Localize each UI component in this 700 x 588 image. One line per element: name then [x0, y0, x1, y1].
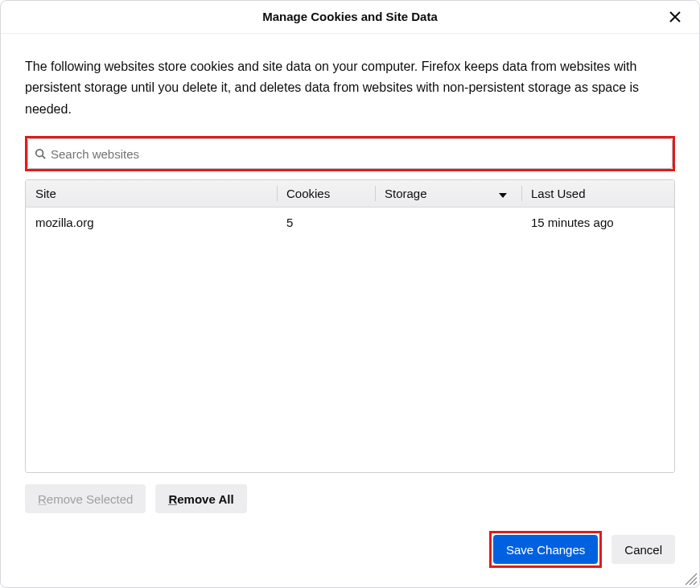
remove-all-rest: emove All	[177, 492, 233, 506]
remove-selected-access: R	[38, 492, 47, 506]
intro-text: The following websites store cookies and…	[25, 56, 675, 120]
search-highlight	[25, 136, 675, 171]
column-cookies[interactable]: Cookies	[277, 180, 375, 207]
search-field[interactable]	[27, 138, 673, 169]
column-last-used[interactable]: Last Used	[521, 180, 674, 207]
search-icon	[35, 148, 46, 159]
manage-cookies-dialog: Manage Cookies and Site Data The followi…	[0, 0, 700, 588]
cell-cookies: 5	[277, 216, 375, 229]
svg-line-1	[43, 156, 46, 159]
dialog-footer: Save Changes Cancel	[1, 531, 699, 587]
svg-point-0	[36, 150, 43, 157]
cell-site: mozilla.org	[26, 216, 277, 229]
column-cookies-label: Cookies	[286, 187, 330, 200]
remove-selected-button: Remove Selected	[25, 484, 146, 513]
save-changes-button[interactable]: Save Changes	[493, 535, 598, 564]
column-storage-label: Storage	[385, 187, 427, 200]
column-last-used-label: Last Used	[531, 187, 586, 200]
dialog-content: The following websites store cookies and…	[1, 34, 699, 513]
save-highlight: Save Changes	[489, 531, 602, 568]
dialog-titlebar: Manage Cookies and Site Data	[1, 1, 699, 34]
remove-buttons-row: Remove Selected Remove All	[25, 484, 675, 513]
cell-last-used: 15 minutes ago	[521, 216, 674, 229]
search-input[interactable]	[51, 147, 665, 161]
remove-all-access: R	[168, 492, 177, 506]
column-storage[interactable]: Storage	[375, 180, 521, 207]
dialog-title: Manage Cookies and Site Data	[262, 10, 438, 23]
table-header: Site Cookies Storage Last Used	[26, 180, 674, 208]
remove-selected-rest: emove Selected	[47, 492, 134, 506]
sites-table: Site Cookies Storage Last Used mozilla.o…	[25, 179, 675, 473]
cancel-button[interactable]: Cancel	[611, 535, 675, 564]
table-row[interactable]: mozilla.org 5 15 minutes ago	[26, 208, 674, 236]
close-button[interactable]	[665, 7, 685, 27]
resize-grip-icon[interactable]	[685, 573, 698, 586]
close-icon	[668, 10, 682, 24]
table-body: mozilla.org 5 15 minutes ago	[26, 208, 674, 472]
sort-indicator-icon	[499, 187, 507, 200]
column-site-label: Site	[35, 187, 56, 200]
remove-all-button[interactable]: Remove All	[155, 484, 246, 513]
column-site[interactable]: Site	[26, 180, 277, 207]
